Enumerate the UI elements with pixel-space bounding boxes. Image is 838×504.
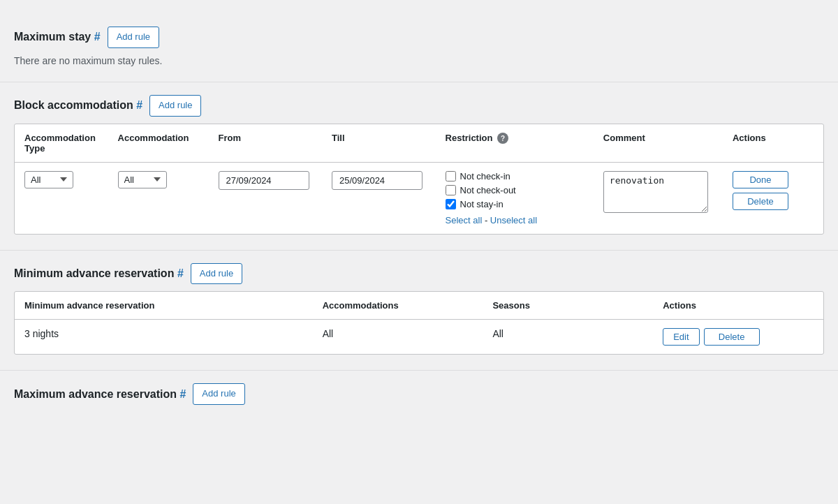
accommodation-cell: All bbox=[108, 162, 209, 234]
col-header-accommodations: Accommodations bbox=[313, 292, 483, 320]
col-header-seasons: Seasons bbox=[483, 292, 653, 320]
minimum-advance-reservation-title: Minimum advance reservation # bbox=[14, 267, 184, 280]
action-buttons: Done Delete bbox=[733, 171, 814, 210]
block-accommodation-add-rule-button[interactable]: Add rule bbox=[149, 95, 201, 117]
restriction-cell: Not check-in Not check-out Not stay-in bbox=[436, 162, 594, 234]
maximum-stay-title: Maximum stay # bbox=[14, 31, 101, 43]
minimum-advance-reservation-table: Minimum advance reservation Accommodatio… bbox=[15, 292, 823, 354]
accommodations-value: All bbox=[313, 320, 483, 355]
col-header-actions2: Actions bbox=[653, 292, 823, 320]
select-all-link[interactable]: Select all bbox=[446, 215, 483, 225]
from-date-input[interactable] bbox=[219, 171, 309, 190]
accommodation-select[interactable]: All bbox=[118, 171, 167, 188]
not-stayin-label: Not stay-in bbox=[460, 199, 503, 209]
maximum-stay-hash: # bbox=[94, 31, 101, 43]
not-checkout-checkbox[interactable] bbox=[446, 185, 456, 195]
col-header-comment: Comment bbox=[594, 124, 723, 163]
accommodation-type-select[interactable]: All bbox=[24, 171, 73, 188]
block-accommodation-table: Accommodation Type Accommodation From Ti… bbox=[15, 124, 823, 234]
delete-button[interactable]: Delete bbox=[733, 193, 788, 210]
not-stayin-checkbox[interactable] bbox=[446, 199, 456, 209]
restriction-options: Not check-in Not check-out Not stay-in bbox=[446, 171, 584, 225]
minimum-advance-reservation-table-wrapper: Minimum advance reservation Accommodatio… bbox=[14, 291, 824, 355]
restriction-links: Select all - Unselect all bbox=[446, 215, 584, 225]
col-header-till: Till bbox=[322, 124, 436, 163]
maximum-stay-header: Maximum stay # Add rule bbox=[14, 27, 824, 48]
actions-cell: Done Delete bbox=[723, 162, 823, 234]
minimum-advance-reservation-section: Minimum advance reservation # Add rule M… bbox=[0, 250, 838, 371]
block-accommodation-title: Block accommodation # bbox=[14, 99, 142, 112]
not-checkout-checkbox-row[interactable]: Not check-out bbox=[446, 185, 584, 195]
min-adv-res-table-row: 3 nights All All Edit Delete bbox=[15, 320, 823, 355]
block-accommodation-section: Block accommodation # Add rule Accommoda… bbox=[0, 82, 838, 250]
minimum-advance-reservation-add-rule-button[interactable]: Add rule bbox=[191, 263, 242, 285]
block-accommodation-header: Block accommodation # Add rule bbox=[14, 95, 824, 117]
comment-cell: renovation bbox=[594, 162, 723, 234]
seasons-value: All bbox=[483, 320, 653, 355]
comment-textarea[interactable]: renovation bbox=[603, 171, 708, 213]
accommodation-type-cell: All bbox=[15, 162, 108, 234]
min-adv-res-actions-cell: Edit Delete bbox=[653, 320, 823, 355]
col-header-actions: Actions bbox=[723, 124, 823, 163]
col-header-restriction: Restriction ? bbox=[436, 124, 594, 163]
not-checkout-label: Not check-out bbox=[460, 185, 516, 195]
till-date-input[interactable] bbox=[332, 171, 422, 190]
not-checkin-label: Not check-in bbox=[460, 171, 510, 181]
block-accommodation-table-header-row: Accommodation Type Accommodation From Ti… bbox=[15, 124, 823, 163]
min-adv-res-table-header-row: Minimum advance reservation Accommodatio… bbox=[15, 292, 823, 320]
maximum-stay-empty-message: There are no maximum stay rules. bbox=[14, 55, 824, 66]
maximum-advance-reservation-section: Maximum advance reservation # Add rule bbox=[0, 370, 838, 427]
maximum-stay-add-rule-button[interactable]: Add rule bbox=[108, 27, 159, 48]
minimum-advance-reservation-hash: # bbox=[177, 267, 184, 279]
not-checkin-checkbox[interactable] bbox=[446, 171, 456, 181]
done-button[interactable]: Done bbox=[733, 171, 788, 188]
minimum-advance-reservation-header: Minimum advance reservation # Add rule bbox=[14, 263, 824, 285]
maximum-advance-reservation-add-rule-button[interactable]: Add rule bbox=[193, 383, 244, 405]
maximum-stay-section: Maximum stay # Add rule There are no max… bbox=[0, 14, 838, 82]
not-stayin-checkbox-row[interactable]: Not stay-in bbox=[446, 199, 584, 209]
min-adv-res-action-buttons: Edit Delete bbox=[663, 328, 814, 346]
page-wrapper: Maximum stay # Add rule There are no max… bbox=[0, 14, 838, 427]
min-advance-reservation-value: 3 nights bbox=[15, 320, 313, 355]
min-adv-res-delete-button[interactable]: Delete bbox=[704, 328, 760, 346]
till-cell bbox=[322, 162, 436, 234]
maximum-advance-reservation-header: Maximum advance reservation # Add rule bbox=[14, 383, 824, 405]
from-cell bbox=[209, 162, 323, 234]
not-checkin-checkbox-row[interactable]: Not check-in bbox=[446, 171, 584, 181]
restriction-links-separator: - bbox=[485, 215, 490, 225]
block-accommodation-hash: # bbox=[136, 99, 142, 111]
col-header-accommodation-type: Accommodation Type bbox=[15, 124, 108, 163]
col-header-from: From bbox=[209, 124, 323, 163]
col-header-accommodation: Accommodation bbox=[108, 124, 209, 163]
block-accommodation-table-wrapper: Accommodation Type Accommodation From Ti… bbox=[14, 124, 824, 235]
col-header-min-advance-reservation: Minimum advance reservation bbox=[15, 292, 313, 320]
restriction-info-icon: ? bbox=[497, 133, 508, 144]
unselect-all-link[interactable]: Unselect all bbox=[490, 215, 537, 225]
maximum-advance-reservation-title: Maximum advance reservation # bbox=[14, 388, 186, 401]
min-adv-res-edit-button[interactable]: Edit bbox=[663, 328, 699, 346]
block-accommodation-table-row: All All bbox=[15, 162, 823, 234]
maximum-advance-reservation-hash: # bbox=[179, 388, 186, 400]
